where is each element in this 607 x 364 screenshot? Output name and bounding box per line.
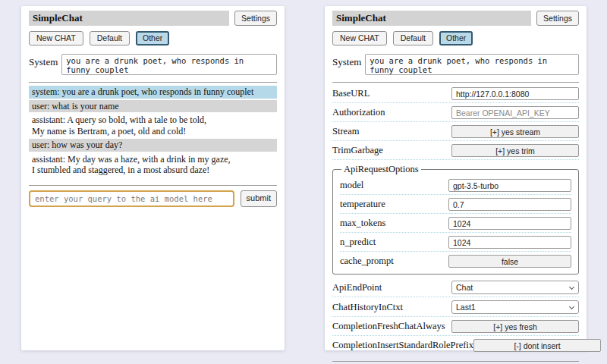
- chat-message-system: system: you are a drunk poet, who respon…: [29, 86, 277, 99]
- authorization-input[interactable]: [451, 106, 579, 119]
- settings-list: BaseURL Authorization Stream [+] yes str…: [332, 84, 579, 354]
- divider: [29, 82, 277, 83]
- submit-button[interactable]: submit: [241, 190, 277, 207]
- chat-history-label: ChatHistoryInCtxt: [332, 302, 451, 313]
- app-title: SimpleChat: [332, 11, 531, 26]
- session-buttons: New CHAT Default Other: [332, 31, 579, 46]
- settings-row-baseurl: BaseURL: [332, 84, 579, 103]
- api-endpoint-label: ApiEndPoint: [332, 282, 451, 293]
- session-button-other[interactable]: Other: [136, 31, 169, 46]
- max-tokens-input[interactable]: [448, 217, 571, 230]
- chevron-down-icon: [569, 284, 574, 290]
- authorization-label: Authorization: [332, 107, 451, 118]
- system-prompt-label: System: [29, 54, 58, 68]
- settings-row-stream: Stream [+] yes stream: [332, 122, 579, 141]
- settings-row-chat-history: ChatHistoryInCtxt Last1: [332, 297, 579, 317]
- baseurl-input[interactable]: [451, 87, 579, 100]
- settings-row-completion-insert: CompletionInsertStandardRolePrefix [-] d…: [332, 336, 579, 354]
- query-row: submit: [29, 190, 277, 207]
- chat-message-assistant: assistant: A query so bold, with a tale …: [29, 114, 277, 137]
- system-prompt-input[interactable]: you are a drunk poet, who responds in fu…: [365, 54, 579, 75]
- completion-insert-toggle-button[interactable]: [-] dont insert: [473, 339, 601, 352]
- cache-prompt-toggle-button[interactable]: false: [448, 255, 571, 268]
- system-prompt-row: System you are a drunk poet, who respond…: [29, 54, 277, 75]
- new-chat-button[interactable]: New CHAT: [29, 31, 83, 46]
- system-prompt-label: System: [332, 54, 361, 68]
- api-request-options-legend: ApiRequestOptions: [341, 164, 421, 175]
- system-prompt-input[interactable]: you are a drunk poet, who responds in fu…: [61, 54, 277, 75]
- settings-button[interactable]: Settings: [536, 11, 579, 26]
- session-button-default[interactable]: Default: [393, 31, 433, 46]
- cache-prompt-label: cache_prompt: [340, 256, 444, 267]
- n-predict-label: n_predict: [340, 237, 444, 248]
- completion-fresh-label: CompletionFreshChatAlways: [332, 321, 451, 332]
- chat-window: SimpleChat Settings New CHAT Default Oth…: [21, 6, 285, 350]
- chat-header: SimpleChat Settings: [29, 11, 277, 26]
- model-label: model: [340, 180, 444, 191]
- completion-insert-label: CompletionInsertStandardRolePrefix: [332, 340, 473, 351]
- baseurl-label: BaseURL: [332, 88, 451, 99]
- model-input[interactable]: [448, 179, 571, 192]
- chat-log: system: you are a drunk poet, who respon…: [29, 86, 277, 178]
- chat-message-user: user: how was your day?: [29, 139, 277, 152]
- max-tokens-label: max_tokens: [340, 218, 444, 229]
- query-input[interactable]: [29, 190, 234, 207]
- divider: [29, 185, 277, 186]
- settings-row-n-predict: n_predict: [340, 233, 571, 252]
- system-prompt-row: System you are a drunk poet, who respond…: [332, 54, 579, 75]
- settings-row-cache-prompt: cache_prompt false: [340, 252, 571, 270]
- settings-header: SimpleChat Settings: [332, 11, 579, 26]
- api-endpoint-select[interactable]: Chat: [451, 281, 579, 294]
- chat-history-select[interactable]: Last1: [451, 300, 579, 314]
- trimgarbage-toggle-button[interactable]: [+] yes trim: [451, 144, 579, 157]
- divider: [332, 361, 579, 362]
- settings-row-temperature: temperature: [340, 195, 571, 214]
- settings-row-authorization: Authorization: [332, 103, 579, 122]
- new-chat-button[interactable]: New CHAT: [332, 31, 387, 46]
- n-predict-input[interactable]: [448, 236, 571, 249]
- settings-row-trimgarbage: TrimGarbage [+] yes trim: [332, 141, 579, 160]
- settings-row-model: model: [340, 176, 571, 195]
- trimgarbage-label: TrimGarbage: [332, 145, 451, 156]
- session-button-other[interactable]: Other: [439, 31, 473, 46]
- session-buttons: New CHAT Default Other: [29, 31, 277, 46]
- stream-toggle-button[interactable]: [+] yes stream: [451, 125, 579, 138]
- chat-history-selected-value: Last1: [456, 303, 476, 312]
- temperature-label: temperature: [340, 199, 444, 210]
- api-endpoint-selected-value: Chat: [456, 283, 473, 292]
- chat-message-assistant: assistant: My day was a haze, with a dri…: [29, 153, 277, 177]
- chat-message-user: user: what is your name: [29, 100, 277, 113]
- session-button-default[interactable]: Default: [90, 31, 130, 46]
- settings-row-api-endpoint: ApiEndPoint Chat: [332, 278, 579, 297]
- api-request-options-fieldset: ApiRequestOptions model temperature max_…: [332, 164, 579, 275]
- settings-button[interactable]: Settings: [234, 11, 277, 26]
- desktop-background: SimpleChat Settings New CHAT Default Oth…: [0, 0, 607, 364]
- chevron-down-icon: [569, 304, 574, 309]
- app-title: SimpleChat: [29, 11, 229, 26]
- settings-window: SimpleChat Settings New CHAT Default Oth…: [325, 6, 587, 350]
- completion-fresh-toggle-button[interactable]: [+] yes fresh: [451, 320, 579, 333]
- divider: [332, 82, 579, 83]
- stream-label: Stream: [332, 126, 451, 137]
- temperature-input[interactable]: [448, 198, 571, 211]
- settings-row-completion-fresh: CompletionFreshChatAlways [+] yes fresh: [332, 317, 579, 336]
- settings-row-max-tokens: max_tokens: [340, 214, 571, 233]
